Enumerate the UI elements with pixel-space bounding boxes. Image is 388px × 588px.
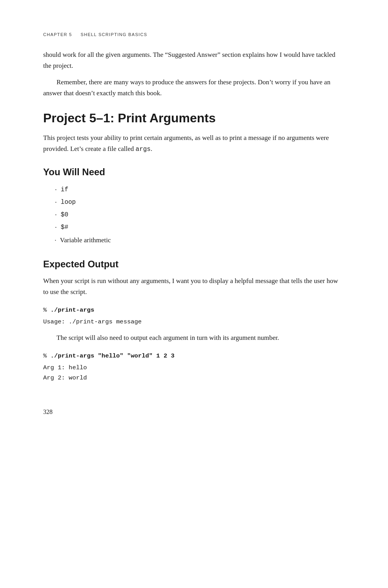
bullet-icon: • — [55, 212, 57, 218]
list-item-text: loop — [61, 196, 76, 209]
list-item-text: $# — [61, 221, 68, 234]
percent-sign-1: % — [43, 307, 51, 314]
intro-paragraph-2: Remember, there are many ways to produce… — [43, 77, 345, 99]
list-item-text: Variable arithmetic — [60, 234, 111, 247]
list-item: • $0 — [55, 209, 345, 221]
intro-paragraph-1: should work for all the given arguments.… — [43, 49, 345, 71]
command-1-text: ./print-args — [51, 307, 95, 314]
list-item: • if — [55, 183, 345, 196]
page-number: 328 — [43, 407, 345, 417]
project-description: This project tests your ability to print… — [43, 132, 345, 154]
command-2-text: ./print-args "hello" "world" 1 2 3 — [51, 352, 175, 359]
you-will-need-title: You Will Need — [43, 166, 345, 178]
percent-sign-2: % — [43, 352, 51, 359]
intro-paragraph-2-text: Remember, there are many ways to produce… — [43, 77, 345, 99]
expected-output-intro: When your script is run without any argu… — [43, 276, 345, 298]
output-1: Usage: ./print-args message — [43, 317, 345, 327]
you-will-need-list: • if • loop • $0 • $# • Variable arithme… — [55, 183, 345, 247]
bullet-icon: • — [55, 199, 57, 205]
list-item: • Variable arithmetic — [55, 234, 345, 247]
list-item-text: $0 — [61, 209, 68, 221]
chapter-header: CHAPTER 5 SHELL SCRIPTING BASICS — [43, 31, 345, 38]
output-2: Arg 1: hello Arg 2: world — [43, 363, 345, 383]
command-2: % ./print-args "hello" "world" 1 2 3 — [43, 351, 345, 361]
project-title: Project 5–1: Print Arguments — [43, 111, 345, 125]
project-description-code: args — [136, 146, 151, 153]
output-2-line-2: Arg 2: world — [43, 373, 345, 383]
bullet-icon: • — [55, 238, 56, 244]
list-item: • loop — [55, 196, 345, 209]
bullet-icon: • — [55, 187, 57, 193]
project-description-end: . — [151, 145, 152, 152]
list-item-text: if — [61, 183, 68, 196]
list-item: • $# — [55, 221, 345, 234]
project-description-text: This project tests your ability to print… — [43, 134, 329, 152]
expected-output-title: Expected Output — [43, 258, 345, 270]
bullet-icon: • — [55, 224, 57, 230]
middle-text-content: The script will also need to output each… — [43, 332, 345, 343]
middle-text: The script will also need to output each… — [43, 332, 345, 343]
chapter-section: SHELL SCRIPTING BASICS — [81, 32, 148, 37]
chapter-label: CHAPTER 5 — [43, 32, 72, 37]
command-1: % ./print-args — [43, 305, 345, 315]
output-2-line-1: Arg 1: hello — [43, 363, 345, 373]
